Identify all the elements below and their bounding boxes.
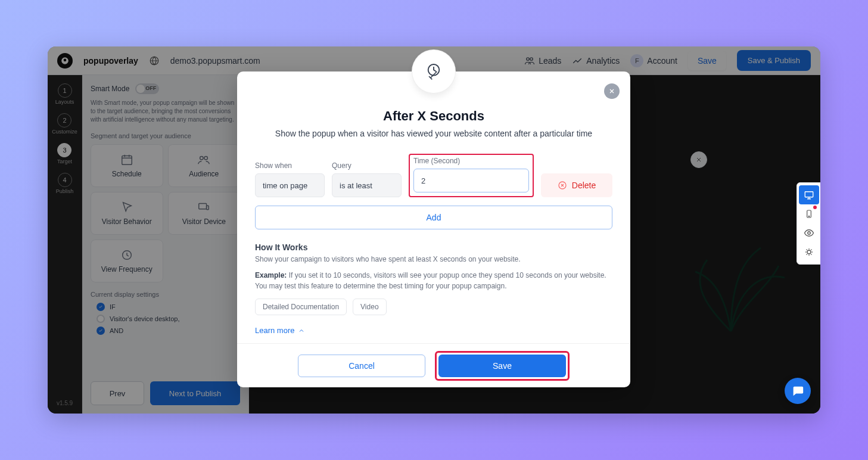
show-when-select[interactable]: time on page (255, 173, 325, 197)
time-input[interactable] (413, 169, 529, 192)
x-icon (558, 181, 567, 190)
query-select[interactable]: is at least (332, 173, 402, 197)
svg-rect-9 (805, 192, 813, 197)
desktop-preview-button[interactable] (799, 185, 819, 204)
device-toolbar (797, 182, 820, 265)
modal: After X Seconds Show the popup when a vi… (237, 72, 630, 387)
query-field: Query is at least (332, 161, 402, 197)
learn-more-link[interactable]: Learn more (255, 326, 612, 335)
chat-icon (791, 384, 804, 397)
time-field-highlighted: Time (Second) (409, 154, 534, 197)
how-it-works-text: Show your campaign to visitors who have … (255, 254, 612, 265)
modal-close-button[interactable] (604, 83, 620, 99)
how-it-works-example: Example: If you set it to 10 seconds, vi… (255, 271, 612, 291)
video-button[interactable]: Video (353, 299, 386, 315)
chat-button[interactable] (785, 378, 811, 404)
svg-point-13 (807, 250, 811, 254)
delete-rule-button[interactable]: Delete (541, 173, 612, 197)
modal-save-button[interactable]: Save (438, 355, 566, 377)
save-highlight: Save (435, 351, 570, 381)
add-rule-button[interactable]: Add (255, 206, 612, 229)
modal-footer: Cancel Save (237, 343, 630, 387)
debug-preview-button[interactable] (799, 243, 819, 262)
modal-icon (412, 50, 455, 93)
svg-point-11 (808, 216, 809, 216)
modal-title: After X Seconds (255, 108, 612, 124)
mobile-preview-button[interactable] (799, 204, 819, 223)
cancel-button[interactable]: Cancel (298, 355, 425, 377)
modal-subtitle: Show the popup when a visitor has viewed… (255, 129, 612, 138)
visibility-preview-button[interactable] (799, 223, 819, 243)
how-it-works-title: How It Works (255, 243, 612, 252)
chevron-up-icon (298, 327, 305, 334)
svg-point-12 (808, 232, 811, 235)
documentation-button[interactable]: Detailed Documentation (255, 299, 347, 315)
show-when-field: Show when time on page (255, 161, 325, 197)
